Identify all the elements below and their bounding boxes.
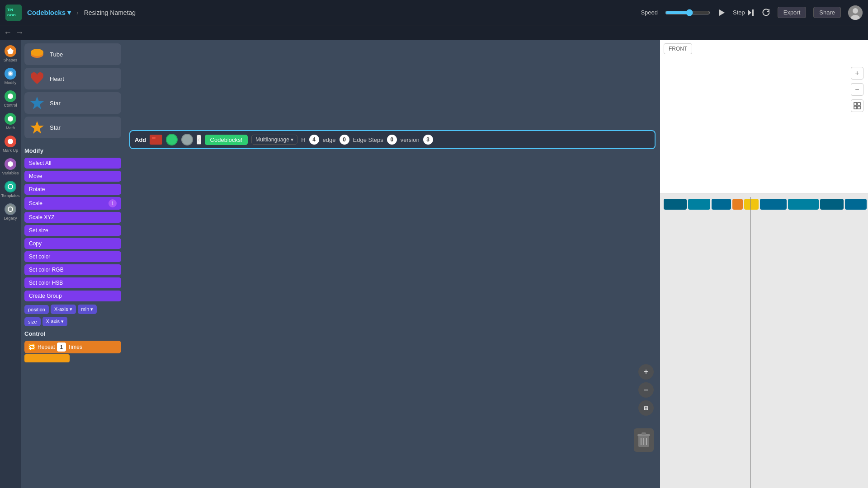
svg-rect-0 bbox=[5, 5, 22, 21]
star-blue-icon bbox=[29, 95, 45, 111]
project-title: Resizing Nametag bbox=[84, 9, 136, 16]
reset-button[interactable] bbox=[762, 9, 770, 17]
timeline-block-8 bbox=[820, 199, 843, 210]
nav-math[interactable]: Math bbox=[2, 111, 19, 132]
svg-point-7 bbox=[853, 8, 858, 14]
position-axis-dropdown[interactable]: X-axis ▾ bbox=[51, 305, 76, 314]
preview-zoom-in[interactable]: + bbox=[851, 67, 863, 80]
back-button[interactable]: ← bbox=[4, 28, 12, 38]
nav-variables[interactable]: Variables bbox=[2, 156, 19, 177]
nav-templates[interactable]: Templates bbox=[2, 179, 19, 200]
nav-modify[interactable]: Modify bbox=[2, 66, 19, 87]
export-button[interactable]: Export bbox=[778, 7, 807, 18]
svg-point-12 bbox=[8, 94, 13, 99]
size-row: size X-axis ▾ bbox=[21, 315, 125, 328]
position-label-button[interactable]: position bbox=[24, 305, 49, 314]
size-label-button[interactable]: size bbox=[24, 317, 41, 326]
set-size-button[interactable]: Set size bbox=[24, 225, 121, 236]
repeat-count: 1 bbox=[57, 343, 66, 352]
nav-control[interactable]: Control bbox=[2, 89, 19, 109]
timeline-playhead bbox=[750, 197, 751, 488]
codeblock-arrow-button[interactable]: ‹ bbox=[197, 135, 201, 145]
position-value-dropdown[interactable]: min ▾ bbox=[78, 305, 97, 314]
nav-legacy[interactable]: Legacy bbox=[2, 202, 19, 222]
play-button[interactable] bbox=[717, 9, 726, 17]
timeline bbox=[660, 193, 868, 488]
sidebar: Tube Heart Star Star Modi bbox=[21, 40, 125, 488]
svg-rect-5 bbox=[752, 9, 754, 16]
user-avatar[interactable] bbox=[848, 5, 863, 20]
svg-marker-21 bbox=[30, 121, 44, 134]
zoom-fit-button[interactable]: ⊞ bbox=[638, 400, 654, 416]
logo: TIN GOO bbox=[5, 5, 22, 21]
preview-zoom-fit[interactable] bbox=[851, 99, 863, 112]
nav-markup[interactable]: Mark Up bbox=[2, 134, 19, 155]
scale-xyz-button[interactable]: Scale XYZ bbox=[24, 212, 121, 223]
svg-rect-31 bbox=[858, 103, 860, 105]
codeblock-edge-steps-value: 0 bbox=[387, 135, 397, 145]
svg-rect-22 bbox=[151, 136, 161, 144]
codeblock-green-circle bbox=[166, 134, 178, 145]
timeline-block-9 bbox=[845, 199, 867, 210]
timeline-block-4 bbox=[732, 199, 743, 210]
copy-button[interactable]: Copy bbox=[24, 238, 121, 249]
codeblock-edge-steps-label: Edge Steps bbox=[353, 136, 383, 143]
canvas-area: Add ‹ Codeblocks! Multilanguage ▾ H 4 ed… bbox=[125, 40, 660, 488]
codeblock-name-button[interactable]: Codeblocks! bbox=[205, 135, 248, 145]
forward-button[interactable]: → bbox=[15, 28, 24, 38]
svg-point-19 bbox=[31, 49, 43, 56]
set-color-rgb-button[interactable]: Set color RGB bbox=[24, 264, 121, 275]
timeline-block-3 bbox=[712, 199, 731, 210]
codeblock-gray-circle bbox=[181, 134, 193, 145]
shape-tube[interactable]: Tube bbox=[24, 43, 121, 65]
set-color-hsb-button[interactable]: Set color HSB bbox=[24, 277, 121, 288]
preview-zoom-out[interactable]: − bbox=[851, 83, 863, 96]
svg-point-14 bbox=[8, 139, 13, 144]
timeline-block-7 bbox=[788, 199, 819, 210]
codeblocks-dropdown-button[interactable]: Codeblocks ▾ bbox=[27, 9, 71, 17]
svg-rect-33 bbox=[858, 106, 860, 109]
step-button[interactable]: Step bbox=[733, 9, 755, 17]
svg-rect-23 bbox=[152, 137, 156, 139]
timeline-block-2 bbox=[688, 199, 710, 210]
timeline-block-1 bbox=[664, 199, 687, 210]
preview-area: FRONT + − bbox=[660, 40, 868, 193]
shape-star-blue[interactable]: Star bbox=[24, 92, 121, 114]
nav-shapes[interactable]: Shapes bbox=[2, 43, 19, 64]
codeblock-multilang-button[interactable]: Multilanguage ▾ bbox=[251, 135, 297, 145]
create-group-button[interactable]: Create Group bbox=[24, 291, 121, 301]
front-label: FRONT bbox=[664, 43, 692, 54]
speed-slider[interactable] bbox=[665, 9, 710, 16]
topbar-right: Speed Step Export Share bbox=[641, 5, 863, 20]
modify-buttons: Select All Move Rotate Scale 1 Scale XYZ… bbox=[21, 156, 125, 303]
speed-label: Speed bbox=[641, 9, 658, 16]
timeline-track bbox=[664, 197, 868, 211]
control-section: 🔁 Repeat 1 Times bbox=[21, 339, 125, 364]
zoom-out-button[interactable]: − bbox=[638, 382, 654, 398]
codeblock-bar: Add ‹ Codeblocks! Multilanguage ▾ H 4 ed… bbox=[129, 130, 656, 149]
svg-marker-4 bbox=[748, 9, 751, 16]
shape-heart[interactable]: Heart bbox=[24, 68, 121, 89]
move-button[interactable]: Move bbox=[24, 171, 121, 182]
svg-text:TIN: TIN bbox=[7, 8, 13, 12]
size-axis-dropdown[interactable]: X-axis ▾ bbox=[42, 317, 68, 326]
control-section-header: Control bbox=[21, 328, 125, 339]
rotate-button[interactable]: Rotate bbox=[24, 184, 121, 195]
svg-point-11 bbox=[9, 72, 12, 75]
share-button[interactable]: Share bbox=[813, 7, 841, 18]
trash-button[interactable] bbox=[634, 428, 654, 452]
select-all-button[interactable]: Select All bbox=[24, 158, 121, 169]
modify-section-header: Modify bbox=[21, 145, 125, 156]
scale-button[interactable]: Scale 1 bbox=[24, 197, 121, 210]
set-color-button[interactable]: Set color bbox=[24, 251, 121, 262]
zoom-in-button[interactable]: + bbox=[638, 364, 654, 380]
main-layout: Shapes Modify Control Math Mark Up bbox=[0, 40, 868, 488]
timeline-block-6 bbox=[760, 199, 787, 210]
zoom-controls: + − ⊞ bbox=[638, 364, 654, 416]
svg-point-17 bbox=[8, 207, 13, 211]
shape-star-yellow[interactable]: Star bbox=[24, 117, 121, 138]
tube-icon bbox=[29, 46, 45, 62]
svg-rect-32 bbox=[854, 106, 857, 109]
codeblock-add-button[interactable]: Add bbox=[135, 136, 146, 143]
svg-point-15 bbox=[8, 161, 13, 167]
